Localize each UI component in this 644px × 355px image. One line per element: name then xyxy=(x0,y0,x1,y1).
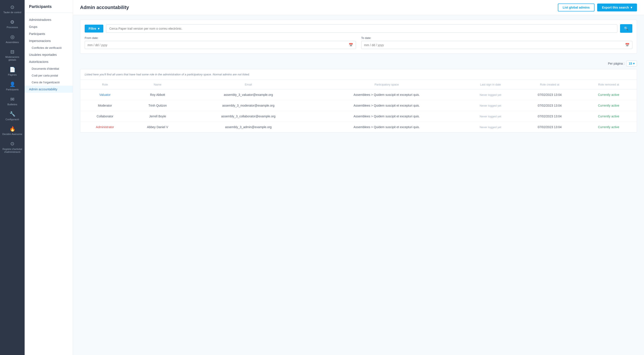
calendar-icon[interactable]: 📅 xyxy=(349,43,353,47)
page-header: Admin accountability List global admins … xyxy=(73,0,644,15)
cell-role-removed: Currently active xyxy=(580,90,637,100)
admin-accountability-table: RoleNameEmailParticipatory spaceLast sig… xyxy=(80,80,637,132)
filter-row: Filtre ▾ 🔍 xyxy=(85,24,632,33)
filter-button[interactable]: Filtre ▾ xyxy=(85,24,103,32)
cell-email: assembly_3_admin@example.org xyxy=(186,122,311,132)
cell-role[interactable]: Valuator xyxy=(80,90,130,100)
col-header: Role removed at xyxy=(580,80,637,90)
from-date-label: From date: xyxy=(85,36,356,40)
sidebar-label-moderacions: Moderacions globals xyxy=(2,56,23,61)
export-search-button[interactable]: Export this search ▾ xyxy=(597,4,637,12)
to-date-label: To date: xyxy=(361,36,632,40)
cell-role: Collaborator xyxy=(80,111,130,122)
results-table-wrapper: Listed here you'll find all users that h… xyxy=(80,69,637,132)
cell-space: Assemblees > Quidem suscipit et exceptur… xyxy=(311,122,462,132)
table-row: Collaborator Jerrell Boyle assembly_3_co… xyxy=(80,111,637,122)
table-row: Moderator Trinh Quitzon assembly_3_moder… xyxy=(80,100,637,111)
per-page-label: Per pàgina : xyxy=(608,62,625,65)
nav-item-codi[interactable]: Codi per carta postal xyxy=(25,72,73,79)
table-row: Valuator Roy Abbott assembly_3_valuator@… xyxy=(80,90,637,100)
table-body: Valuator Roy Abbott assembly_3_valuator@… xyxy=(80,90,637,132)
filter-area: Filtre ▾ 🔍 From date: 📅 To date: 📅 xyxy=(80,20,637,54)
cell-last-sign: Never logged yet xyxy=(462,100,519,111)
from-date-input-wrapper: 📅 xyxy=(85,41,356,49)
sidebar-item-assemblees[interactable]: ◎Assemblees xyxy=(0,32,25,46)
cell-role: Moderator xyxy=(80,100,130,111)
sidebar-label-participants: Participants xyxy=(6,88,18,91)
table-info: Listed here you'll find all users that h… xyxy=(80,69,637,80)
search-button[interactable]: 🔍 xyxy=(620,24,632,33)
from-date-input[interactable] xyxy=(88,43,349,47)
sidebar-icon-butlletins: ✉ xyxy=(10,96,14,102)
cell-email: assembly_3_moderator@example.org xyxy=(186,100,311,111)
sidebar-item-tauler[interactable]: ⊙Tauler de control xyxy=(0,2,25,17)
cell-role-removed: Currently active xyxy=(580,111,637,122)
sidebar-icon-participants: 👤 xyxy=(10,82,16,87)
sidebar-label-pagines: Pàgines xyxy=(8,74,17,76)
cell-role-created: 07/02/2023 13:04 xyxy=(519,122,581,132)
cell-last-sign: Never logged yet xyxy=(462,90,519,100)
nav-item-impersonacions[interactable]: Impersonacions xyxy=(25,37,73,44)
sidebar-item-configuracio[interactable]: 🔧Configuració xyxy=(0,108,25,124)
calendar-icon-to[interactable]: 📅 xyxy=(625,43,630,47)
chevron-down-icon: ▾ xyxy=(98,27,100,30)
cell-role-created: 07/02/2023 13:04 xyxy=(519,90,581,100)
sidebar: ⊙Tauler de control⚙Processos◎Assemblees⊟… xyxy=(0,0,25,355)
sidebar-icon-configuracio: 🔧 xyxy=(10,111,16,117)
sidebar-label-tauler: Tauler de control xyxy=(3,11,21,14)
sidebar-item-pagines[interactable]: 📄Pàgines xyxy=(0,64,25,79)
nav-item-usuaries[interactable]: Usuàries reportades xyxy=(25,51,73,58)
sidebar-item-registre[interactable]: ⊙Registre d'activitat d'administració xyxy=(0,138,25,156)
cell-role[interactable]: Administrator xyxy=(80,122,130,132)
cell-space: Assemblees > Quidem suscipit et exceptur… xyxy=(311,111,462,122)
nav-item-participants[interactable]: Participants xyxy=(25,30,73,37)
chevron-down-icon: ▾ xyxy=(633,62,634,65)
per-page-select[interactable]: 15 ▾ xyxy=(626,61,637,66)
sidebar-icon-tauler: ⊙ xyxy=(10,4,14,10)
cell-space: Assemblees > Quidem suscipit et exceptur… xyxy=(311,90,462,100)
cell-last-sign: Never logged yet xyxy=(462,122,519,132)
nav-item-cens[interactable]: Cens de l'organització xyxy=(25,79,73,86)
table-row: Administrator Abbey Daniel V assembly_3_… xyxy=(80,122,637,132)
sidebar-icon-moderacions: ⊟ xyxy=(10,49,14,55)
sidebar-label-registre: Registre d'activitat d'administració xyxy=(2,148,23,154)
cell-email: assembly_3_collaborator@example.org xyxy=(186,111,311,122)
sidebar-icon-decidim: 🔥 xyxy=(10,126,16,132)
nav-item-admin_accountability[interactable]: Admin accountability xyxy=(25,86,73,93)
to-date-input[interactable] xyxy=(364,43,625,47)
sidebar-item-butlletins[interactable]: ✉Butlletins xyxy=(0,94,25,109)
search-icon: 🔍 xyxy=(624,26,628,30)
to-date-input-wrapper: 📅 xyxy=(361,41,632,49)
nav-item-documents[interactable]: Documents d'identitat xyxy=(25,65,73,72)
col-header: Role xyxy=(80,80,130,90)
main-content: Admin accountability List global admins … xyxy=(73,0,644,355)
sidebar-icon-registre: ⊙ xyxy=(10,141,14,146)
list-global-admins-button[interactable]: List global admins xyxy=(558,4,594,12)
col-header: Name xyxy=(130,80,186,90)
sidebar-item-moderacions[interactable]: ⊟Moderacions globals xyxy=(0,46,25,64)
cell-name: Roy Abbott xyxy=(130,90,186,100)
cell-name: Abbey Daniel V xyxy=(130,122,186,132)
nav-item-administradores[interactable]: Administradores xyxy=(25,16,73,23)
sidebar-label-butlletins: Butlletins xyxy=(8,103,17,106)
search-input[interactable] xyxy=(106,24,618,33)
to-date-group: To date: 📅 xyxy=(361,36,632,49)
cell-last-sign: Never logged yet xyxy=(462,111,519,122)
cell-name: Trinh Quitzon xyxy=(130,100,186,111)
sidebar-icon-assemblees: ◎ xyxy=(10,34,14,40)
nav-item-grups[interactable]: Grups xyxy=(25,23,73,30)
sidebar-item-decidim[interactable]: 🔥Decidim Awesome xyxy=(0,124,25,138)
sidebar-item-participants[interactable]: 👤Participants xyxy=(0,79,25,94)
nav-item-conflictes[interactable]: Conflictes de verificació xyxy=(25,44,73,51)
cell-role-removed: Currently active xyxy=(580,122,637,132)
chevron-down-icon: ▾ xyxy=(630,6,632,9)
nav-item-autoritzacions[interactable]: Autoritzacions xyxy=(25,58,73,65)
sidebar-label-processos: Processos xyxy=(6,26,18,29)
left-nav-title: Participants xyxy=(25,4,73,13)
sidebar-label-decidim: Decidim Awesome xyxy=(2,133,22,136)
sidebar-label-configuracio: Configuració xyxy=(6,118,19,121)
date-row: From date: 📅 To date: 📅 xyxy=(85,36,632,49)
col-header: Role created at xyxy=(519,80,581,90)
sidebar-item-processos[interactable]: ⚙Processos xyxy=(0,17,25,32)
page-title: Admin accountability xyxy=(80,4,129,10)
